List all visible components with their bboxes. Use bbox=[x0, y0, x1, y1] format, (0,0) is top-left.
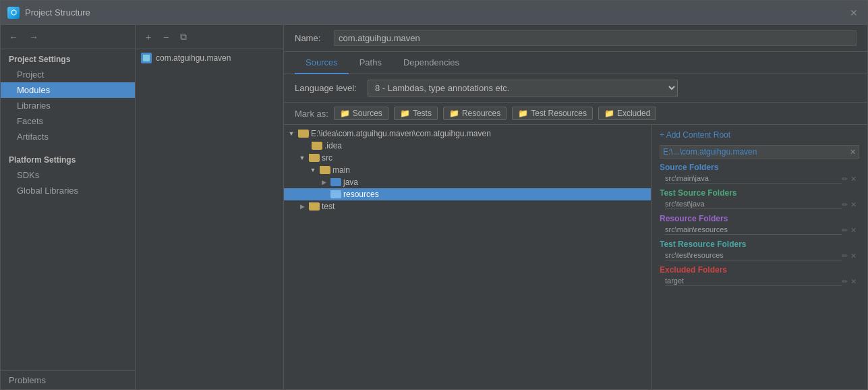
resource-folders-section: Resource Folders src\main\resources ✏ ✕ bbox=[660, 214, 859, 235]
sidebar-item-global-libraries[interactable]: Global Libraries bbox=[1, 183, 135, 198]
language-level-row: Language level: 8 - Lambdas, type annota… bbox=[284, 74, 867, 103]
test-resources-folder-icon: 📁 bbox=[518, 109, 528, 118]
module-settings-panel: Name: Sources Paths Dependencies Languag… bbox=[284, 25, 867, 389]
tests-folder-icon: 📁 bbox=[400, 109, 410, 118]
module-panel: + − ⧉ com.atguihgu.maven bbox=[136, 25, 284, 389]
resource-folder-edit-button[interactable]: ✏ bbox=[842, 226, 848, 235]
tree-label-test: test bbox=[322, 202, 335, 211]
tree-item-resources[interactable]: resources bbox=[284, 188, 651, 200]
folder-icon-test bbox=[309, 202, 320, 211]
tree-item-test[interactable]: ▶ test bbox=[284, 200, 651, 213]
folder-icon-root bbox=[298, 130, 309, 138]
content-root-close-button[interactable]: ✕ bbox=[850, 148, 856, 157]
test-source-folder-remove-button[interactable]: ✕ bbox=[850, 200, 857, 209]
add-content-root-button[interactable]: + Add Content Root bbox=[660, 130, 859, 140]
file-tree[interactable]: ▼ E:\idea\com.atguihgu.maven\com.atguihg… bbox=[284, 125, 652, 389]
language-level-select[interactable]: 8 - Lambdas, type annotations etc. bbox=[368, 80, 678, 96]
module-toolbar: + − ⧉ bbox=[136, 25, 283, 49]
close-button[interactable]: ✕ bbox=[847, 6, 861, 20]
folder-icon-main bbox=[320, 166, 330, 174]
main-content: ← → Project Settings Project Modules Lib… bbox=[1, 25, 867, 389]
folder-icon-idea bbox=[312, 142, 322, 150]
sidebar-item-project[interactable]: Project bbox=[1, 67, 135, 82]
tab-sources[interactable]: Sources bbox=[295, 52, 349, 74]
mark-sources-button[interactable]: 📁 Sources bbox=[334, 107, 388, 120]
excluded-folder-row-0: target ✏ ✕ bbox=[660, 276, 859, 287]
tree-item-src[interactable]: ▼ src bbox=[284, 152, 651, 164]
test-resource-folder-remove-button[interactable]: ✕ bbox=[850, 252, 857, 260]
resource-folder-path: src\main\resources bbox=[665, 225, 842, 235]
tree-item-main[interactable]: ▼ main bbox=[284, 164, 651, 176]
tree-arrow-src: ▼ bbox=[297, 153, 307, 163]
source-folder-remove-button[interactable]: ✕ bbox=[850, 175, 857, 184]
folder-icon-src bbox=[309, 154, 320, 162]
test-source-folder-path: src\test\java bbox=[665, 200, 842, 209]
test-resource-folder-row-0: src\test\resources ✏ ✕ bbox=[660, 250, 859, 261]
language-level-label: Language level: bbox=[295, 83, 362, 93]
forward-button[interactable]: → bbox=[26, 30, 41, 44]
excluded-folder-remove-button[interactable]: ✕ bbox=[850, 277, 857, 286]
sidebar-item-libraries[interactable]: Libraries bbox=[1, 98, 135, 113]
test-source-folder-edit-button[interactable]: ✏ bbox=[842, 200, 848, 209]
dialog-title: Project Structure bbox=[25, 7, 847, 18]
tab-dependencies[interactable]: Dependencies bbox=[393, 52, 470, 74]
excluded-folders-title: Excluded Folders bbox=[660, 265, 859, 275]
bottom-area: ▼ E:\idea\com.atguihgu.maven\com.atguihg… bbox=[284, 125, 867, 389]
tree-label-main: main bbox=[332, 165, 350, 175]
folder-icon-java bbox=[330, 178, 341, 186]
copy-module-button[interactable]: ⧉ bbox=[176, 30, 191, 45]
resource-folder-remove-button[interactable]: ✕ bbox=[850, 226, 857, 235]
tab-paths[interactable]: Paths bbox=[349, 52, 393, 74]
platform-settings-header: Platform Settings bbox=[1, 150, 135, 167]
excluded-folder-edit-button[interactable]: ✏ bbox=[842, 277, 848, 286]
sidebar-item-modules[interactable]: Modules bbox=[1, 82, 135, 98]
tree-arrow-test: ▶ bbox=[297, 202, 307, 211]
tree-item-idea[interactable]: .idea bbox=[284, 140, 651, 152]
resources-folder-icon: 📁 bbox=[449, 109, 459, 118]
folder-icon-resources bbox=[330, 190, 341, 198]
test-resource-folders-section: Test Resource Folders src\test\resources… bbox=[660, 240, 859, 261]
project-settings-header: Project Settings bbox=[1, 49, 135, 67]
tree-label-root: E:\idea\com.atguihgu.maven\com.atguihgu.… bbox=[311, 129, 491, 138]
sidebar: ← → Project Settings Project Modules Lib… bbox=[1, 25, 136, 389]
title-bar: ⬡ Project Structure ✕ bbox=[1, 1, 867, 25]
tree-label-java: java bbox=[343, 177, 358, 187]
test-resource-folder-path: src\test\resources bbox=[665, 251, 842, 260]
tabs-row: Sources Paths Dependencies bbox=[284, 52, 867, 74]
mark-as-label: Mark as: bbox=[295, 109, 328, 119]
remove-module-button[interactable]: − bbox=[158, 30, 173, 45]
excluded-folders-section: Excluded Folders target ✏ ✕ bbox=[660, 265, 859, 287]
add-module-button[interactable]: + bbox=[141, 30, 156, 45]
test-resource-folder-edit-button[interactable]: ✏ bbox=[842, 252, 848, 260]
source-folders-title: Source Folders bbox=[660, 163, 859, 172]
tree-label-src: src bbox=[322, 153, 332, 163]
mark-tests-button[interactable]: 📁 Tests bbox=[394, 107, 438, 120]
tree-arrow-java: ▶ bbox=[319, 177, 328, 187]
tree-item-root[interactable]: ▼ E:\idea\com.atguihgu.maven\com.atguihg… bbox=[284, 128, 651, 140]
info-panel: + Add Content Root E:\...\com.atguihgu.m… bbox=[652, 125, 867, 389]
test-source-folders-title: Test Source Folders bbox=[660, 188, 859, 198]
mark-test-resources-button[interactable]: 📁 Test Resources bbox=[512, 107, 593, 120]
mark-resources-button[interactable]: 📁 Resources bbox=[443, 107, 507, 120]
module-name: com.atguihgu.maven bbox=[156, 53, 231, 63]
sidebar-item-problems[interactable]: Problems bbox=[1, 370, 135, 389]
excluded-folder-path: target bbox=[665, 277, 842, 286]
name-label: Name: bbox=[295, 33, 328, 43]
tree-item-java[interactable]: ▶ java bbox=[284, 176, 651, 188]
sidebar-item-artifacts[interactable]: Artifacts bbox=[1, 129, 135, 144]
sidebar-item-sdks[interactable]: SDKs bbox=[1, 167, 135, 183]
back-button[interactable]: ← bbox=[6, 30, 21, 44]
mark-excluded-button[interactable]: 📁 Excluded bbox=[598, 107, 656, 120]
test-source-folder-row-0: src\test\java ✏ ✕ bbox=[660, 199, 859, 210]
source-folder-edit-button[interactable]: ✏ bbox=[842, 175, 848, 184]
module-item[interactable]: com.atguihgu.maven bbox=[136, 49, 283, 67]
project-structure-dialog: ⬡ Project Structure ✕ ← → Project Settin… bbox=[0, 0, 868, 390]
tree-arrow-main: ▼ bbox=[308, 165, 318, 175]
sidebar-item-facets[interactable]: Facets bbox=[1, 113, 135, 129]
test-source-folders-section: Test Source Folders src\test\java ✏ ✕ bbox=[660, 188, 859, 210]
content-root-item: E:\...\com.atguihgu.maven ✕ bbox=[660, 145, 859, 159]
test-resource-folders-title: Test Resource Folders bbox=[660, 240, 859, 249]
content-root-path: E:\...\com.atguihgu.maven bbox=[663, 147, 757, 157]
tree-arrow-resources bbox=[319, 190, 328, 199]
name-input[interactable] bbox=[334, 30, 857, 46]
